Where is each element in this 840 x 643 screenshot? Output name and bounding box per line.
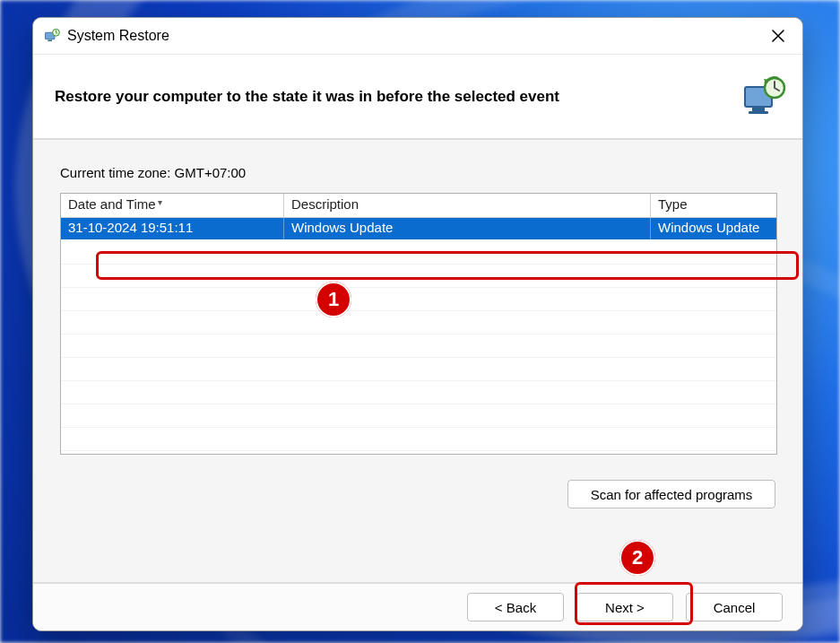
column-header-date-label: Date and Time <box>68 196 156 212</box>
window-close-button[interactable] <box>758 22 799 50</box>
restore-points-table[interactable]: Date and Time ▾ Description Type 31-10-2… <box>60 193 777 455</box>
column-header-description[interactable]: Description <box>284 194 651 217</box>
column-header-date[interactable]: Date and Time ▾ <box>61 194 284 217</box>
dialog-header: Restore your computer to the state it wa… <box>33 55 802 140</box>
svg-rect-5 <box>749 111 768 114</box>
svg-rect-1 <box>48 40 53 42</box>
column-header-description-label: Description <box>291 196 359 212</box>
table-header-row: Date and Time ▾ Description Type <box>61 194 776 218</box>
dialog-footer: < Back Next > Cancel <box>33 582 802 630</box>
dialog-heading: Restore your computer to the state it wa… <box>55 88 741 106</box>
cell-description: Windows Update <box>284 218 651 239</box>
system-restore-icon <box>741 76 786 117</box>
cell-type: Windows Update <box>651 218 776 239</box>
scan-affected-programs-button[interactable]: Scan for affected programs <box>567 480 775 508</box>
next-button[interactable]: Next > <box>576 593 673 621</box>
timezone-label: Current time zone: GMT+07:00 <box>60 165 775 180</box>
system-restore-app-icon <box>44 28 60 44</box>
back-button[interactable]: < Back <box>467 593 564 621</box>
titlebar: System Restore <box>33 18 802 55</box>
svg-rect-4 <box>752 108 765 111</box>
scan-button-row: Scan for affected programs <box>60 480 775 508</box>
table-body: 31-10-2024 19:51:11 Windows Update Windo… <box>61 218 776 455</box>
sort-descending-icon: ▾ <box>158 197 162 207</box>
cell-date: 31-10-2024 19:51:11 <box>61 218 284 239</box>
cancel-button[interactable]: Cancel <box>686 593 783 621</box>
column-header-type[interactable]: Type <box>651 194 776 217</box>
column-header-type-label: Type <box>658 196 688 212</box>
dialog-body: Current time zone: GMT+07:00 Date and Ti… <box>33 140 802 582</box>
window-title: System Restore <box>67 28 758 44</box>
system-restore-dialog: System Restore Restore your computer to … <box>32 17 803 631</box>
restore-point-row[interactable]: 31-10-2024 19:51:11 Windows Update Windo… <box>61 218 776 239</box>
close-icon <box>772 30 784 42</box>
